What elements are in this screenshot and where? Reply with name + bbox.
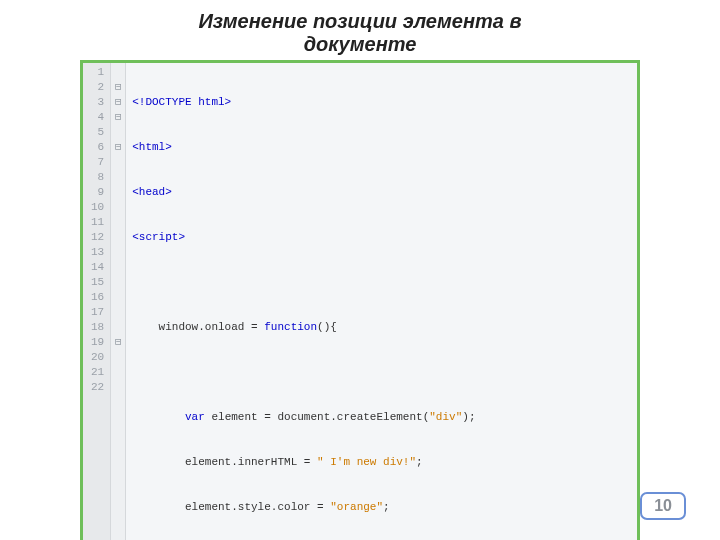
code-line: var element = document.createElement("di… — [132, 410, 631, 425]
fold-marker — [111, 260, 125, 275]
fold-marker: ⊟ — [111, 95, 125, 110]
line-number: 15 — [91, 275, 104, 290]
fold-marker — [111, 245, 125, 260]
line-number: 18 — [91, 320, 104, 335]
fold-marker — [111, 215, 125, 230]
code-editor: 1 2 3 4 5 6 7 8 9 10 11 12 13 14 15 16 1… — [83, 63, 637, 540]
line-number: 13 — [91, 245, 104, 260]
line-number: 16 — [91, 290, 104, 305]
page-number: 10 — [654, 497, 672, 514]
line-number: 14 — [91, 260, 104, 275]
line-number: 3 — [91, 95, 104, 110]
page-title: Изменение позиции элемента в документе — [40, 10, 680, 56]
fold-marker — [111, 230, 125, 245]
line-number: 22 — [91, 380, 104, 395]
code-line — [132, 275, 631, 290]
line-number: 20 — [91, 350, 104, 365]
line-number: 9 — [91, 185, 104, 200]
fold-marker — [111, 125, 125, 140]
fold-marker — [111, 185, 125, 200]
line-number: 1 — [91, 65, 104, 80]
line-gutter: 1 2 3 4 5 6 7 8 9 10 11 12 13 14 15 16 1… — [83, 63, 111, 540]
fold-marker — [111, 275, 125, 290]
fold-marker — [111, 380, 125, 395]
line-number: 11 — [91, 215, 104, 230]
code-line: element.innerHTML = " I'm new div!"; — [132, 455, 631, 470]
title-line-1: Изменение позиции элемента в — [198, 10, 521, 32]
fold-marker — [111, 155, 125, 170]
code-line: <head> — [132, 185, 631, 200]
fold-marker — [111, 350, 125, 365]
line-number: 17 — [91, 305, 104, 320]
line-number: 2 — [91, 80, 104, 95]
code-content: <!DOCTYPE html> <html> <head> <script> w… — [126, 63, 637, 540]
code-line — [132, 365, 631, 380]
fold-gutter: ⊟ ⊟ ⊟ ⊟ ⊟ — [111, 63, 126, 540]
code-line: element.style.color = "orange"; — [132, 500, 631, 515]
fold-marker — [111, 305, 125, 320]
line-number: 8 — [91, 170, 104, 185]
fold-marker: ⊟ — [111, 110, 125, 125]
fold-marker — [111, 290, 125, 305]
line-number: 5 — [91, 125, 104, 140]
fold-marker — [111, 365, 125, 380]
fold-marker: ⊟ — [111, 140, 125, 155]
code-line: window.onload = function(){ — [132, 320, 631, 335]
line-number: 19 — [91, 335, 104, 350]
fold-marker — [111, 170, 125, 185]
fold-marker — [111, 320, 125, 335]
line-number: 7 — [91, 155, 104, 170]
line-number: 21 — [91, 365, 104, 380]
fold-marker — [111, 65, 125, 80]
page-number-badge: 10 — [640, 492, 686, 520]
line-number: 10 — [91, 200, 104, 215]
fold-marker — [111, 200, 125, 215]
line-number: 4 — [91, 110, 104, 125]
title-line-2: документе — [304, 33, 417, 55]
line-number: 12 — [91, 230, 104, 245]
code-line: <html> — [132, 140, 631, 155]
code-line: <!DOCTYPE html> — [132, 95, 631, 110]
code-editor-frame: 1 2 3 4 5 6 7 8 9 10 11 12 13 14 15 16 1… — [80, 60, 640, 540]
code-line: <script> — [132, 230, 631, 245]
fold-marker: ⊟ — [111, 80, 125, 95]
fold-marker: ⊟ — [111, 335, 125, 350]
line-number: 6 — [91, 140, 104, 155]
